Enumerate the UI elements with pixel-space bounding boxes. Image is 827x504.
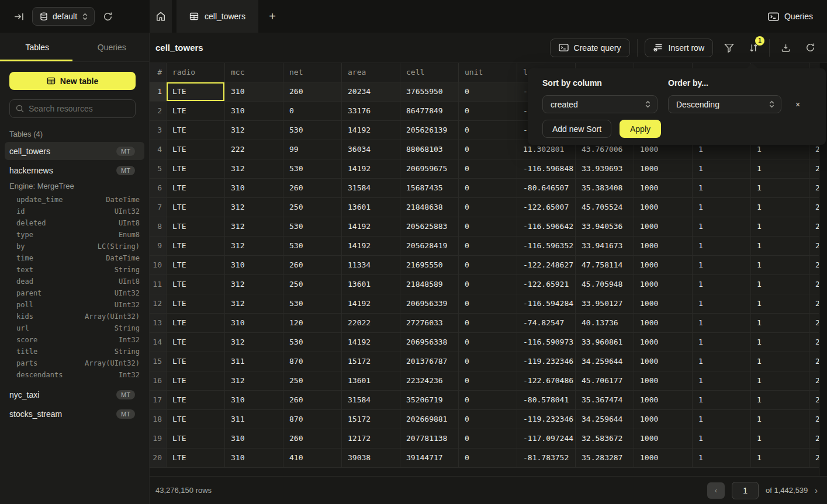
table-cell[interactable]: LTE	[167, 140, 225, 159]
table-cell[interactable]: 1000	[634, 391, 693, 410]
filter-icon[interactable]	[720, 39, 738, 57]
table-cell[interactable]: LTE	[167, 217, 225, 237]
database-selector[interactable]: default	[32, 7, 95, 26]
table-cell[interactable]: 0	[459, 237, 517, 256]
column-header[interactable]: net	[283, 63, 342, 82]
table-cell[interactable]: 39144717	[400, 449, 459, 468]
table-cell[interactable]: 1000	[634, 217, 693, 237]
table-cell[interactable]: 222	[225, 140, 283, 159]
table-cell[interactable]: 1	[751, 429, 809, 449]
row-number-cell[interactable]: 11	[150, 275, 167, 294]
create-query-button[interactable]: Create query	[550, 39, 630, 57]
table-cell[interactable]: 1	[693, 410, 751, 429]
selected-cell[interactable]: LTE	[167, 82, 225, 102]
table-cell[interactable]: 11334	[342, 256, 400, 275]
table-cell[interactable]: 312	[225, 371, 283, 391]
table-cell[interactable]: 1000	[634, 314, 693, 333]
table-cell[interactable]: 86477849	[400, 102, 459, 121]
table-cell[interactable]: 1000	[634, 198, 693, 217]
table-cell[interactable]: 20234	[342, 82, 400, 102]
table-cell[interactable]: 207781138	[400, 429, 459, 449]
table-cell[interactable]: 312	[225, 333, 283, 352]
table-cell[interactable]: 1	[693, 429, 751, 449]
table-cell[interactable]: 2	[809, 371, 819, 391]
column-header[interactable]: unit	[459, 63, 517, 82]
table-cell[interactable]: -80.646507	[517, 179, 576, 198]
sidebar-tab-queries[interactable]: Queries	[75, 33, 150, 61]
table-cell[interactable]: 14192	[342, 121, 400, 140]
table-cell[interactable]: 15687435	[400, 179, 459, 198]
table-cell[interactable]: 27276033	[400, 314, 459, 333]
table-cell[interactable]: 2	[809, 352, 819, 371]
table-cell[interactable]: 1	[751, 275, 809, 294]
table-cell[interactable]: 2	[809, 410, 819, 429]
table-cell[interactable]: 2	[809, 217, 819, 237]
row-number-cell[interactable]: 5	[150, 159, 167, 179]
table-cell[interactable]: -122.65007	[517, 198, 576, 217]
table-cell[interactable]: 202669881	[400, 410, 459, 429]
table-cell[interactable]: 120	[283, 314, 342, 333]
table-cell[interactable]: 32.583672	[576, 429, 634, 449]
column-header[interactable]: radio	[167, 63, 225, 82]
table-cell[interactable]: 1	[693, 275, 751, 294]
row-number-cell[interactable]: 20	[150, 449, 167, 468]
sidebar-item-stocks-stream[interactable]: stocks_stream MT	[5, 405, 144, 423]
table-cell[interactable]: 1	[751, 352, 809, 371]
table-cell[interactable]: 870	[283, 352, 342, 371]
table-cell[interactable]: LTE	[167, 333, 225, 352]
table-cell[interactable]: 14192	[342, 237, 400, 256]
table-cell[interactable]: 34.259644	[576, 410, 634, 429]
table-cell[interactable]: LTE	[167, 256, 225, 275]
table-cell[interactable]: 1	[693, 159, 751, 179]
remove-sort-icon[interactable]: ×	[789, 95, 807, 113]
table-cell[interactable]: 2	[809, 179, 819, 198]
table-cell[interactable]: LTE	[167, 237, 225, 256]
table-cell[interactable]: 40.13736	[576, 314, 634, 333]
table-cell[interactable]: 34.259644	[576, 352, 634, 371]
row-number-cell[interactable]: 8	[150, 217, 167, 237]
sidebar-item-nyc-taxi[interactable]: nyc_taxi MT	[5, 385, 144, 404]
table-cell[interactable]: 21848638	[400, 198, 459, 217]
table-cell[interactable]: 312	[225, 275, 283, 294]
table-cell[interactable]: LTE	[167, 410, 225, 429]
table-cell[interactable]: 88068103	[400, 140, 459, 159]
table-cell[interactable]: 2	[809, 275, 819, 294]
collapse-sidebar-icon[interactable]	[14, 12, 24, 22]
table-cell[interactable]: LTE	[167, 371, 225, 391]
table-cell[interactable]: 310	[225, 102, 283, 121]
table-cell[interactable]: LTE	[167, 159, 225, 179]
table-cell[interactable]: 310	[225, 314, 283, 333]
table-cell[interactable]: 1	[693, 449, 751, 468]
table-cell[interactable]: 310	[225, 391, 283, 410]
add-new-sort-button[interactable]: Add new Sort	[542, 120, 611, 138]
table-cell[interactable]: 312	[225, 198, 283, 217]
table-cell[interactable]: LTE	[167, 294, 225, 314]
row-number-cell[interactable]: 18	[150, 410, 167, 429]
table-cell[interactable]: LTE	[167, 121, 225, 140]
prev-page-button[interactable]: ‹	[707, 482, 725, 499]
table-cell[interactable]: 0	[283, 102, 342, 121]
table-cell[interactable]: 0	[459, 102, 517, 121]
table-cell[interactable]: 206956338	[400, 333, 459, 352]
table-cell[interactable]: 2	[809, 449, 819, 468]
table-cell[interactable]: 311	[225, 410, 283, 429]
sidebar-item-cell-towers[interactable]: cell_towers MT	[5, 142, 144, 160]
table-cell[interactable]: 33.950127	[576, 294, 634, 314]
table-cell[interactable]: 0	[459, 371, 517, 391]
table-cell[interactable]: 0	[459, 429, 517, 449]
table-cell[interactable]: 0	[459, 179, 517, 198]
table-cell[interactable]: 206956339	[400, 294, 459, 314]
table-cell[interactable]: 1	[693, 352, 751, 371]
column-header[interactable]: cell	[400, 63, 459, 82]
table-cell[interactable]: 45.706177	[576, 371, 634, 391]
sidebar-item-hackernews[interactable]: hackernews MT	[5, 161, 144, 179]
row-number-cell[interactable]: 19	[150, 429, 167, 449]
table-cell[interactable]: 1	[751, 333, 809, 352]
table-cell[interactable]: -116.596848	[517, 159, 576, 179]
table-cell[interactable]: -80.578041	[517, 391, 576, 410]
table-cell[interactable]: 1	[751, 198, 809, 217]
table-cell[interactable]: 312	[225, 237, 283, 256]
table-cell[interactable]: LTE	[167, 314, 225, 333]
table-cell[interactable]: 45.705524	[576, 198, 634, 217]
table-cell[interactable]: 31584	[342, 391, 400, 410]
